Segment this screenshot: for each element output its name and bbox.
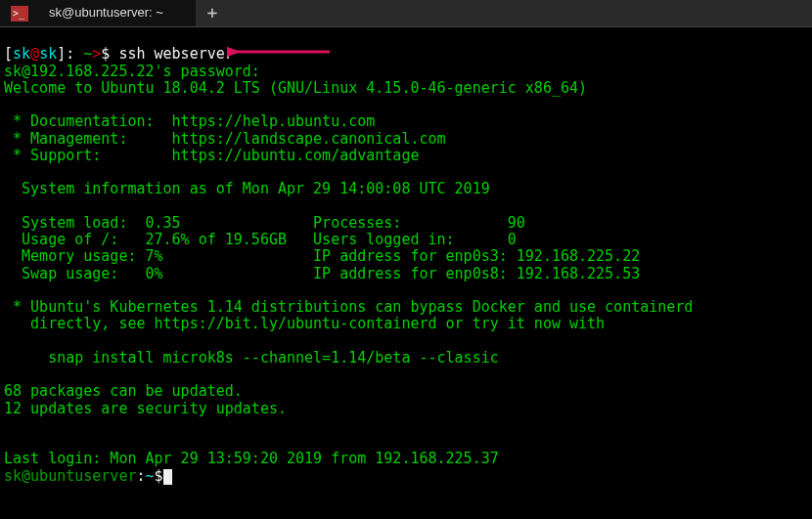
new-tab-button[interactable]: + (196, 0, 229, 26)
output-line: 12 updates are security updates. (4, 400, 287, 417)
cursor (163, 469, 172, 485)
output-line: snap install microk8s --channel=1.14/bet… (4, 349, 499, 367)
output-line: System information as of Mon Apr 29 14:0… (4, 180, 490, 197)
tab-title: sk@ubuntuserver: ~ (49, 6, 163, 21)
tab-icon-box: >_ (0, 0, 39, 26)
output-line: System load: 0.35 Processes: 90 (4, 214, 525, 232)
terminal-body[interactable]: [sk@sk]: ~>$ ssh webserver sk@192.168.22… (0, 27, 812, 487)
prompt-line-1: [sk@sk]: ~>$ ssh webserver (4, 45, 234, 63)
output-line: Memory usage: 7% IP address for enp0s3: … (4, 247, 640, 265)
output-line: 68 packages can be updated. (4, 382, 243, 400)
output-line: directly, see https://bit.ly/ubuntu-cont… (4, 315, 605, 332)
output-line: sk@192.168.225.22's password: (4, 63, 260, 80)
output-line: * Management: https://landscape.canonica… (4, 130, 446, 148)
output-line: * Support: https://ubuntu.com/advantage (4, 147, 419, 164)
output-line: * Documentation: https://help.ubuntu.com (4, 112, 375, 130)
output-line: Welcome to Ubuntu 18.04.2 LTS (GNU/Linux… (4, 79, 587, 97)
output-line: * Ubuntu's Kubernetes 1.14 distributions… (4, 298, 693, 316)
tab-active[interactable]: sk@ubuntuserver: ~ (39, 0, 196, 26)
prompt-line-2: sk@ubuntuserver:~$ (4, 467, 172, 485)
output-line: Usage of /: 27.6% of 19.56GB Users logge… (4, 231, 517, 248)
terminal-icon: >_ (11, 6, 28, 22)
plus-icon: + (207, 3, 218, 23)
output-line: Last login: Mon Apr 29 13:59:20 2019 fro… (4, 450, 499, 467)
typed-command: ssh webserver (118, 45, 233, 63)
tab-bar: >_ sk@ubuntuserver: ~ + (0, 0, 812, 27)
output-line: Swap usage: 0% IP address for enp0s8: 19… (4, 265, 640, 282)
